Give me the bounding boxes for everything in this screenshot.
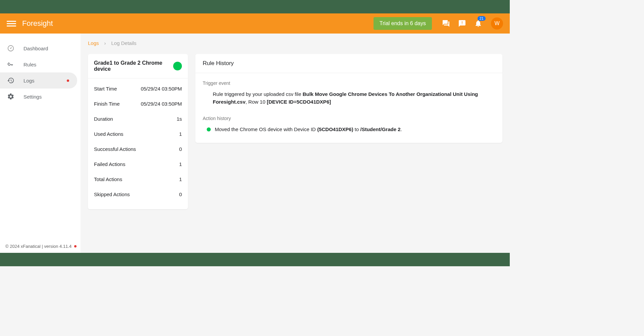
summary-row-value: 1 bbox=[179, 176, 182, 182]
summary-row: Finish Time05/29/24 03:50PM bbox=[94, 96, 182, 111]
summary-row-value: 1s bbox=[177, 116, 182, 122]
log-title: Grade1 to Grade 2 Chrome device bbox=[94, 60, 173, 72]
sidebar-item-label: Rules bbox=[23, 62, 36, 67]
menu-icon[interactable] bbox=[7, 19, 16, 28]
summary-row: Duration1s bbox=[94, 111, 182, 126]
history-icon bbox=[7, 76, 15, 85]
summary-row-value: 1 bbox=[179, 131, 182, 137]
summary-row-label: Duration bbox=[94, 116, 113, 122]
chevron-right-icon: › bbox=[104, 40, 106, 46]
summary-row: Skipped Actions0 bbox=[94, 187, 182, 202]
sidebar-item-logs[interactable]: Logs bbox=[0, 72, 77, 89]
summary-row-label: Skipped Actions bbox=[94, 191, 130, 197]
notification-count-badge: 21 bbox=[478, 16, 486, 21]
speedometer-icon bbox=[7, 44, 15, 52]
breadcrumb-current: Log Details bbox=[111, 40, 137, 46]
summary-row-label: Finish Time bbox=[94, 101, 120, 107]
summary-row: Failed Actions1 bbox=[94, 157, 182, 172]
gear-icon bbox=[7, 93, 15, 101]
action-history-label: Action history bbox=[203, 116, 495, 121]
trial-badge[interactable]: Trial ends in 6 days bbox=[374, 17, 432, 30]
avatar[interactable]: W bbox=[491, 17, 503, 30]
breadcrumb: Logs › Log Details bbox=[88, 40, 502, 46]
summary-row-label: Start Time bbox=[94, 86, 117, 92]
summary-row-value: 0 bbox=[179, 146, 182, 152]
summary-row-label: Total Actions bbox=[94, 176, 122, 182]
summary-row-label: Failed Actions bbox=[94, 161, 125, 167]
rule-history-title: Rule History bbox=[195, 54, 502, 73]
summary-row-label: Successful Actions bbox=[94, 146, 136, 152]
rule-history-card: Rule History Trigger event Rule triggere… bbox=[195, 54, 502, 143]
sidebar: Dashboard Rules Logs Settings © 2024 xFa… bbox=[0, 34, 81, 253]
summary-row-label: Used Actions bbox=[94, 131, 123, 137]
summary-row: Total Actions1 bbox=[94, 172, 182, 187]
sidebar-item-rules[interactable]: Rules bbox=[0, 56, 81, 72]
summary-row-value: 05/29/24 03:50PM bbox=[141, 101, 182, 107]
top-border bbox=[0, 0, 510, 13]
summary-row: Used Actions1 bbox=[94, 126, 182, 142]
summary-row-value: 05/29/24 03:50PM bbox=[141, 86, 182, 92]
breadcrumb-link-logs[interactable]: Logs bbox=[88, 40, 99, 46]
sidebar-item-label: Logs bbox=[23, 78, 35, 83]
notifications-icon[interactable]: 21 bbox=[474, 19, 483, 28]
key-icon bbox=[7, 60, 15, 68]
summary-row-value: 0 bbox=[179, 191, 182, 197]
version-dot bbox=[74, 245, 77, 247]
sidebar-item-label: Dashboard bbox=[23, 46, 48, 51]
bottom-border bbox=[0, 253, 510, 266]
chat-icon[interactable] bbox=[441, 19, 451, 28]
success-dot-icon bbox=[207, 127, 211, 131]
trigger-event-label: Trigger event bbox=[203, 80, 495, 86]
summary-row-value: 1 bbox=[179, 161, 182, 167]
indicator-dot bbox=[67, 79, 69, 82]
trigger-event-text: Rule triggered by your uploaded csv file… bbox=[203, 91, 495, 106]
status-indicator bbox=[173, 62, 182, 70]
app-title: Foresight bbox=[22, 19, 374, 28]
summary-card: Grade1 to Grade 2 Chrome device Start Ti… bbox=[88, 54, 188, 209]
summary-row: Start Time05/29/24 03:50PM bbox=[94, 81, 182, 96]
sidebar-item-dashboard[interactable]: Dashboard bbox=[0, 40, 81, 56]
sidebar-footer: © 2024 xFanatical | version 4.11.4 bbox=[5, 244, 77, 249]
summary-row: Successful Actions0 bbox=[94, 142, 182, 157]
announcement-icon[interactable] bbox=[457, 19, 467, 28]
action-history-item: Moved the Chrome OS device with Device I… bbox=[203, 126, 495, 133]
sidebar-item-label: Settings bbox=[23, 94, 42, 100]
sidebar-item-settings[interactable]: Settings bbox=[0, 89, 81, 105]
header-bar: Foresight Trial ends in 6 days 21 W bbox=[0, 13, 510, 34]
main-content: Logs › Log Details Grade1 to Grade 2 Chr… bbox=[81, 34, 510, 253]
